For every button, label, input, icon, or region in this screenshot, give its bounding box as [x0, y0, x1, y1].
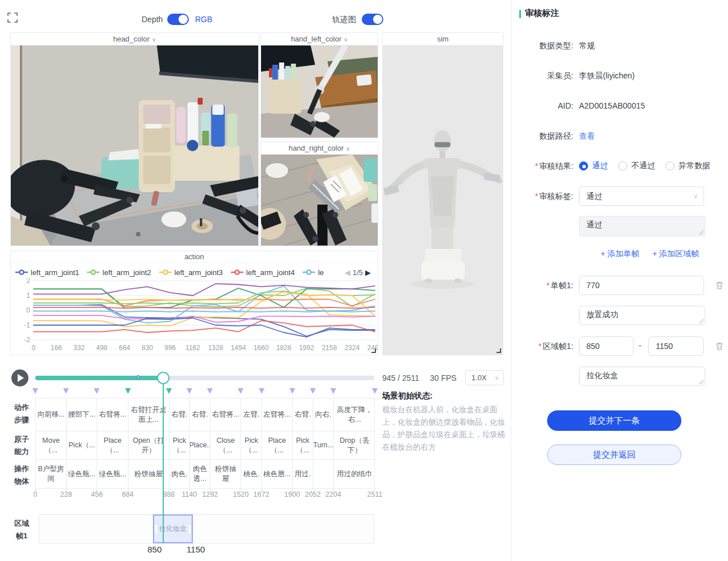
- chevron-down-icon: ∨: [693, 187, 698, 205]
- legend-item[interactable]: le: [303, 268, 324, 277]
- step-column[interactable]: 右臂.Place..肉色透...: [190, 398, 210, 488]
- step-boundary-marker[interactable]: [330, 388, 336, 394]
- review-result-radio[interactable]: [579, 161, 588, 171]
- step-column[interactable]: 左臂.Pick（...桃色.: [241, 398, 262, 488]
- step-boundary-marker[interactable]: [166, 388, 172, 394]
- hand-left-camera-header[interactable]: hand_left_color∨: [261, 33, 378, 45]
- legend-item[interactable]: left_arm_joint4: [231, 268, 295, 277]
- region-frame-track[interactable]: 拉化妆盒: [39, 514, 374, 543]
- step-column[interactable]: 左臂将...Place（...桃色唇...: [262, 398, 292, 488]
- step-boundary-marker[interactable]: [238, 388, 243, 394]
- step-name-cell: 腰部下...: [67, 398, 97, 431]
- playback-speed-select[interactable]: 1.0X∨: [465, 370, 504, 385]
- step-column[interactable]: 右臂将...Place（...绿色瓶...: [97, 398, 128, 488]
- step-boundary-marker[interactable]: [187, 388, 192, 394]
- slider-handle[interactable]: [157, 372, 169, 384]
- single-frame-note[interactable]: 放置成功: [579, 306, 705, 325]
- joint-trajectory-chart[interactable]: 210-1-2016633249866483099611621328149416…: [11, 279, 378, 355]
- svg-text:-1: -1: [24, 321, 30, 329]
- single-frame-input[interactable]: [579, 276, 704, 295]
- atomic-ability-cell: Place..: [190, 431, 210, 460]
- review-result-radio[interactable]: [665, 161, 675, 171]
- legend-item[interactable]: left_arm_joint1: [15, 268, 79, 277]
- hand-right-camera-header[interactable]: hand_right_color∨: [261, 142, 378, 155]
- resize-grip-icon[interactable]: [698, 318, 704, 323]
- review-tag-note[interactable]: 通过: [579, 216, 705, 236]
- play-button[interactable]: [11, 369, 28, 387]
- step-boundary-marker[interactable]: [63, 388, 69, 394]
- review-result-radio-label[interactable]: 异常数据: [679, 161, 710, 171]
- delete-single-frame-icon[interactable]: [714, 280, 725, 290]
- step-boundary-marker[interactable]: [372, 388, 378, 394]
- atomic-ability-cell: Pick（...: [293, 431, 313, 460]
- step-column[interactable]: 高度下降，右...Drop（丢下）用过的纸巾: [334, 398, 375, 488]
- required-asterisk: *: [535, 192, 538, 201]
- svg-text:664: 664: [119, 344, 130, 352]
- add-region-frame-link[interactable]: + 添加区域帧: [652, 249, 699, 259]
- step-column[interactable]: 右臂将...Close（...粉饼抽屉: [210, 398, 241, 488]
- submit-next-button[interactable]: 提交并下一条: [547, 410, 681, 431]
- legend-item-label: left_arm_joint2: [102, 268, 151, 277]
- atomic-ability-cell: Place（...: [262, 431, 292, 460]
- atomic-ability-cell: Pick（...: [241, 431, 261, 460]
- review-result-radio-label[interactable]: 通过: [592, 161, 608, 171]
- legend-item[interactable]: left_arm_joint2: [87, 268, 151, 277]
- legend-prev-icon[interactable]: ◀: [342, 268, 353, 277]
- resize-grip-icon[interactable]: [698, 230, 704, 235]
- trajectory-toggle[interactable]: [362, 14, 383, 25]
- data-type-label: 数据类型:: [519, 41, 573, 51]
- legend-next-icon[interactable]: ▶: [363, 268, 373, 277]
- step-boundary-marker[interactable]: [94, 388, 100, 394]
- frame-axis-label: 2511: [367, 491, 383, 498]
- data-path-view-link[interactable]: 查看: [579, 131, 595, 142]
- sim-robot-view: [383, 45, 503, 355]
- region-end-input[interactable]: [648, 336, 704, 356]
- step-column[interactable]: 向右.Turn...: [313, 398, 334, 488]
- head-camera-header[interactable]: head_color∨: [11, 33, 258, 45]
- step-boundary-marker[interactable]: [310, 388, 316, 394]
- panel-resize-handle[interactable]: [497, 348, 501, 353]
- svg-text:1162: 1162: [185, 344, 200, 352]
- svg-text:-2: -2: [24, 336, 30, 344]
- svg-text:332: 332: [73, 344, 85, 352]
- legend-item[interactable]: left_arm_joint3: [159, 268, 223, 277]
- add-single-frame-link[interactable]: + 添加单帧: [601, 249, 639, 259]
- region-start-input[interactable]: [579, 336, 634, 356]
- slider-progress-fill: [35, 376, 163, 380]
- depth-rgb-toggle[interactable]: [167, 14, 189, 25]
- svg-text:166: 166: [51, 344, 62, 352]
- step-column[interactable]: 向前移...Move（...B户型房间: [36, 398, 67, 488]
- resize-grip-icon[interactable]: [698, 379, 704, 384]
- step-boundary-marker[interactable]: [259, 388, 264, 394]
- step-column[interactable]: 右臂.Pick（...用过.: [293, 398, 313, 488]
- row-label-objects: 操作物体: [13, 463, 31, 488]
- step-column[interactable]: 右臂.Pick（...肉色.: [169, 398, 190, 488]
- step-boundary-marker[interactable]: [125, 388, 131, 394]
- action-chart-title: action: [11, 251, 378, 263]
- delete-region-frame-icon[interactable]: [714, 341, 725, 351]
- chart-legend: left_arm_joint1left_arm_joint2left_arm_j…: [15, 268, 342, 277]
- region-frame-block[interactable]: 拉化妆盒: [153, 514, 193, 543]
- svg-text:1992: 1992: [299, 344, 315, 352]
- submit-return-button[interactable]: 提交并返回: [547, 444, 681, 465]
- atomic-ability-cell: Pick（...: [169, 431, 189, 460]
- step-boundary-marker[interactable]: [32, 388, 38, 394]
- sim-panel: sim: [382, 32, 503, 355]
- review-result-radio[interactable]: [618, 161, 627, 171]
- review-result-radio-label[interactable]: 不通过: [631, 161, 655, 171]
- fps-label: 30 FPS: [430, 373, 457, 383]
- step-boundary-marker[interactable]: [289, 388, 295, 394]
- review-tag-select[interactable]: 通过∨: [579, 186, 704, 206]
- row-label-steps: 动作步骤: [13, 401, 31, 426]
- playback-slider[interactable]: [35, 376, 374, 380]
- step-boundary-marker[interactable]: [207, 388, 213, 394]
- required-asterisk: *: [539, 342, 541, 351]
- fullscreen-icon[interactable]: [7, 13, 18, 23]
- object-cell: 桃色.: [241, 460, 261, 488]
- step-column[interactable]: 腰部下...Pick（...绿色瓶...: [67, 398, 97, 488]
- step-name-cell: 左臂将...: [262, 398, 292, 431]
- region-frame-note[interactable]: 拉化妆盒: [579, 367, 705, 386]
- legend-pager: ◀ 1/5 ▶: [342, 268, 373, 277]
- panel-resize-handle[interactable]: [371, 348, 376, 353]
- hand-left-camera-title: hand_left_color: [291, 35, 341, 43]
